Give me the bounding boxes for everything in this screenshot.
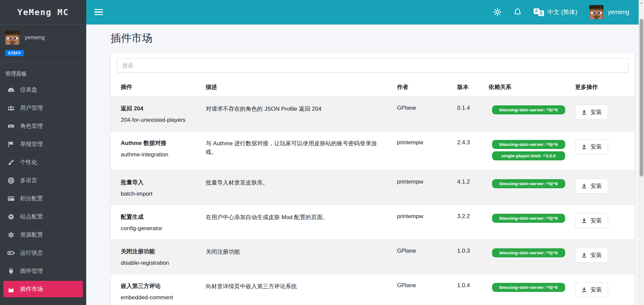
plugin-name: 嵌入第三方评论 xyxy=(121,282,199,290)
install-button[interactable]: 安装 xyxy=(575,282,608,297)
dependency-badge: blessing-skin-server: ^5|^6 xyxy=(492,214,565,223)
plugin-id: disable-registration xyxy=(121,260,199,266)
page-title: 插件市场 xyxy=(111,31,635,45)
sidebar: YeMeng MC yemeng STAFF 管理面板 仪表盘 xyxy=(0,0,86,305)
sidebar-item-dashboard[interactable]: 仪表盘 xyxy=(3,82,83,98)
plugin-id: batch-import xyxy=(121,191,199,197)
users-icon xyxy=(7,104,15,112)
paint-brush-icon xyxy=(7,159,15,166)
plugin-version: 4.1.2 xyxy=(454,170,485,205)
dependency-badge: blessing-skin-server: ^5|^6 xyxy=(492,179,565,188)
install-button[interactable]: 安装 xyxy=(575,248,608,263)
plugin-version: 0.1.4 xyxy=(454,97,485,131)
top-navbar: A文 中文 (简体) yemeng xyxy=(86,0,639,24)
scroll-up-icon[interactable]: ▲ xyxy=(639,0,644,5)
credit-card-icon xyxy=(7,195,15,202)
plugin-version: 3.2.2 xyxy=(454,205,485,240)
plugin-description: 批量导入材质至皮肤库。 xyxy=(202,170,393,205)
plugin-version: 1.0.3 xyxy=(454,240,485,274)
sidebar-item-users[interactable]: 用户管理 xyxy=(3,100,83,116)
table-row: 配置生成 config-generator 在用户中心添加自动生成皮肤 Mod … xyxy=(111,205,635,240)
sidebar-item-plugins-market[interactable]: 插件市场 xyxy=(3,281,83,297)
gamepad-icon xyxy=(7,122,15,130)
plugin-name: 批量导入 xyxy=(121,179,199,186)
plugin-description: 关闭注册功能 xyxy=(202,240,393,274)
table-row: 批量导入 batch-import 批量导入材质至皮肤库。 printempw … xyxy=(111,170,635,205)
language-icon: A文 xyxy=(534,9,544,15)
dependency-badge: blessing-skin-server: ^5|^6 xyxy=(492,140,565,149)
user-menu[interactable]: yemeng xyxy=(589,5,629,19)
download-icon xyxy=(581,252,587,258)
table-header-row: 插件 描述 作者 版本 依赖关系 更多操作 xyxy=(111,78,635,97)
plug-icon xyxy=(7,267,15,275)
staff-badge: STAFF xyxy=(5,50,24,56)
navbar-username: yemeng xyxy=(608,9,629,16)
plugin-author: GPlane xyxy=(393,240,454,274)
sun-icon xyxy=(493,8,501,16)
table-row: 嵌入第三方评论 embedded-comment 向材质详情页中嵌入第三方评论系… xyxy=(111,274,635,305)
cog-icon xyxy=(7,213,15,220)
plugin-description: 在用户中心添加自动生成皮肤 Mod 配置的页面。 xyxy=(202,205,393,240)
sidebar-item-reports[interactable]: 举报管理 xyxy=(3,136,83,152)
sidebar-item-i18n[interactable]: 多语言 xyxy=(3,172,83,189)
plugin-author: printempw xyxy=(393,205,454,240)
brand-logo[interactable]: YeMeng MC xyxy=(0,0,86,24)
gear-icon xyxy=(7,231,15,239)
bell-icon xyxy=(514,8,522,16)
sidebar-menu: 仪表盘 用户管理 角色管理 xyxy=(0,82,86,297)
battery-icon xyxy=(7,249,15,257)
plugin-description: 向材质详情页中嵌入第三方评论系统 xyxy=(202,274,393,305)
dependency-badge: single-player-limit: ^3.0.0 xyxy=(492,151,565,160)
sidebar-item-status[interactable]: 运行状态 xyxy=(3,245,83,261)
col-author: 作者 xyxy=(393,78,454,97)
theme-toggle-button[interactable] xyxy=(493,8,501,16)
table-row: Authme 数据对接 authme-integration 与 Authme … xyxy=(111,131,635,170)
col-description: 描述 xyxy=(202,78,393,97)
search-input[interactable] xyxy=(117,58,629,73)
sidebar-item-resource-options[interactable]: 资源配置 xyxy=(3,226,83,243)
download-icon xyxy=(581,183,587,189)
plugin-id: config-generator xyxy=(121,225,199,232)
col-dependencies: 依赖关系 xyxy=(485,78,572,97)
plugin-author: GPlane xyxy=(393,274,454,305)
install-button[interactable]: 安装 xyxy=(575,179,608,194)
plugin-author: GPlane xyxy=(393,97,454,131)
download-icon xyxy=(581,144,587,150)
download-icon xyxy=(581,109,587,115)
download-icon xyxy=(581,218,587,223)
language-label: 中文 (简体) xyxy=(547,8,577,16)
sidebar-username[interactable]: yemeng xyxy=(24,34,45,41)
col-version: 版本 xyxy=(454,78,485,97)
table-row: 关闭注册功能 disable-registration 关闭注册功能 GPlan… xyxy=(111,240,635,274)
tachometer-icon xyxy=(7,86,15,94)
globe-icon xyxy=(7,177,15,184)
scrollbar-thumb[interactable] xyxy=(640,19,643,176)
sidebar-item-players[interactable]: 角色管理 xyxy=(3,118,83,134)
install-button[interactable]: 安装 xyxy=(575,139,608,154)
sidebar-item-score[interactable]: 积分配置 xyxy=(3,190,83,207)
plugin-name: 配置生成 xyxy=(121,213,199,221)
install-button[interactable]: 安装 xyxy=(575,213,608,228)
avatar[interactable] xyxy=(5,31,19,45)
plugins-table: 插件 描述 作者 版本 依赖关系 更多操作 返回 204 204-for-une… xyxy=(111,78,635,305)
plugin-author: printempw xyxy=(393,131,454,170)
plugin-id: embedded-comment xyxy=(121,294,199,301)
dependency-badge: blessing-skin-server: ^5|^6 xyxy=(492,105,565,114)
install-button[interactable]: 安装 xyxy=(575,105,608,120)
menu-toggle-icon[interactable] xyxy=(94,9,103,15)
sidebar-item-customization[interactable]: 个性化 xyxy=(3,154,83,170)
sidebar-item-plugins-manage[interactable]: 插件管理 xyxy=(3,263,83,279)
plugin-author: printempw xyxy=(393,170,454,205)
notifications-button[interactable] xyxy=(514,8,522,16)
dependency-badge: blessing-skin-server: ^5|^6 xyxy=(492,283,565,292)
plugin-name: 关闭注册功能 xyxy=(121,248,199,255)
plugin-version: 2.4.3 xyxy=(454,131,485,170)
window-scrollbar[interactable]: ▲ xyxy=(639,0,644,305)
sidebar-item-site-options[interactable]: 站点配置 xyxy=(3,208,83,225)
language-switcher[interactable]: A文 中文 (简体) xyxy=(534,8,577,16)
plugin-name: 返回 204 xyxy=(121,105,199,112)
table-row: 返回 204 204-for-unexisted-players 对请求不存在的… xyxy=(111,97,635,131)
navbar-avatar xyxy=(589,5,603,19)
user-panel: yemeng STAFF xyxy=(0,24,86,62)
plugin-description: 对请求不存在的角色的 JSON Profile 返回 204 xyxy=(202,97,393,131)
